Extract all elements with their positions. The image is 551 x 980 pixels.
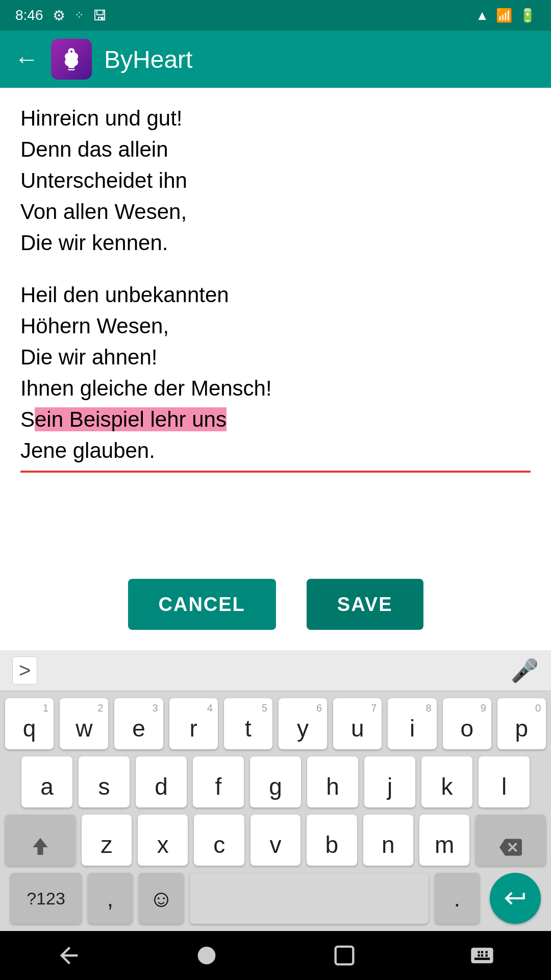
key-g[interactable]: g — [250, 756, 301, 807]
highlighted-text: ein Beispiel lehr uns — [35, 407, 227, 431]
key-f[interactable]: f — [193, 756, 244, 807]
nav-home-icon — [193, 942, 220, 969]
key-i[interactable]: 8i — [388, 698, 436, 749]
key-enter[interactable] — [490, 873, 541, 924]
key-v[interactable]: v — [251, 815, 300, 866]
battery-icon: 🔋 — [519, 8, 536, 23]
key-r[interactable]: 4r — [169, 698, 218, 749]
key-space[interactable] — [190, 873, 429, 924]
key-o[interactable]: 9o — [443, 698, 491, 749]
keyboard-row-3: z x c v b n m — [5, 815, 546, 866]
nav-back-icon — [56, 942, 82, 969]
key-w[interactable]: 2w — [60, 698, 108, 749]
key-emoji[interactable]: ☺ — [139, 873, 184, 924]
key-y[interactable]: 6y — [279, 698, 327, 749]
settings-icon: ⚙ — [53, 7, 65, 24]
keyboard-row-2: a s d f g h j k l — [5, 756, 546, 807]
microphone-icon[interactable]: 🎤 — [511, 657, 539, 684]
key-t[interactable]: 5t — [224, 698, 272, 749]
keyboard-row-1: 1q 2w 3e 4r 5t 6y 7u 8i 9o 0p — [5, 698, 546, 749]
status-bar-left: 8:46 ⚙ ⁘ 🖫 — [15, 7, 107, 24]
key-x[interactable]: x — [138, 815, 188, 866]
key-m[interactable]: m — [419, 815, 469, 866]
key-u[interactable]: 7u — [333, 698, 382, 749]
signal-icon: 📶 — [496, 8, 512, 23]
key-k[interactable]: k — [421, 756, 472, 807]
nav-back-button[interactable] — [56, 942, 82, 969]
keyboard-bottom-row: ?123 , ☺ . — [5, 873, 546, 924]
poem-empty-line — [20, 258, 531, 280]
key-j[interactable]: j — [364, 756, 415, 807]
poem-line-1: Denn das allein — [20, 134, 531, 165]
backspace-icon — [499, 836, 522, 859]
poem-line-3: Von allen Wesen, — [20, 197, 531, 228]
key-a[interactable]: a — [21, 756, 72, 807]
nav-home-button[interactable] — [193, 942, 220, 969]
wifi-icon: ▲ — [475, 8, 489, 23]
key-period[interactable]: . — [435, 873, 480, 924]
navigation-bar — [0, 931, 551, 980]
key-s[interactable]: s — [79, 756, 130, 807]
content-area: Hinreicn und gut! Denn das allein Unters… — [0, 88, 551, 650]
clipboard-icon: 🖫 — [93, 7, 107, 24]
poem-line-10: Jene glauben. — [20, 435, 531, 467]
poem-line-8: Ihnen gleiche der Mensch! — [20, 373, 531, 404]
keyboard-rows: 1q 2w 3e 4r 5t 6y 7u 8i 9o 0p a s d f g … — [0, 691, 551, 924]
nav-recents-button[interactable] — [331, 942, 358, 969]
text-cursor-line — [20, 471, 531, 473]
dots-icon: ⁘ — [74, 9, 84, 22]
key-h[interactable]: h — [307, 756, 358, 807]
poem-line-2: Unterscheidet ihn — [20, 165, 531, 197]
status-bar-right: ▲ 📶 🔋 — [475, 8, 536, 23]
key-n[interactable]: n — [363, 815, 413, 866]
poem-line-9: Sein Beispiel lehr uns — [20, 404, 531, 435]
poem-line-6: Höhern Wesen, — [20, 311, 531, 342]
save-button[interactable]: SAVE — [307, 579, 423, 630]
keyboard-collapse-button[interactable]: > — [12, 656, 37, 684]
key-z[interactable]: z — [82, 815, 132, 866]
svg-point-0 — [198, 947, 216, 965]
key-c[interactable]: c — [194, 815, 244, 866]
key-q[interactable]: 1q — [5, 698, 54, 749]
cancel-button[interactable]: CANCEL — [128, 579, 276, 630]
key-shift[interactable] — [5, 815, 76, 866]
svg-rect-1 — [336, 947, 354, 965]
nav-keyboard-button[interactable] — [469, 942, 495, 969]
key-e[interactable]: 3e — [114, 698, 163, 749]
shift-icon — [29, 836, 52, 859]
keyboard-toolbar: > 🎤 — [0, 650, 551, 691]
back-button[interactable]: ← — [14, 47, 39, 71]
poem-text-area[interactable]: Hinreicn und gut! Denn das allein Unters… — [0, 88, 551, 558]
keyboard-area: > 🎤 1q 2w 3e 4r 5t 6y 7u 8i 9o 0p a s d … — [0, 650, 551, 931]
poem-content: Hinreicn und gut! Denn das allein Unters… — [20, 103, 531, 467]
nav-recents-icon — [331, 942, 358, 969]
poem-line-4: Die wir kennen. — [20, 228, 531, 259]
key-b[interactable]: b — [307, 815, 357, 866]
key-l[interactable]: l — [479, 756, 530, 807]
action-buttons: CANCEL SAVE — [0, 558, 551, 650]
brain-book-icon — [58, 46, 85, 72]
app-icon — [51, 39, 92, 80]
app-title: ByHeart — [104, 45, 192, 74]
key-d[interactable]: d — [136, 756, 187, 807]
key-comma[interactable]: , — [88, 873, 133, 924]
nav-keyboard-icon — [469, 942, 495, 969]
poem-line-5: Heil den unbekannten — [20, 280, 531, 311]
status-bar: 8:46 ⚙ ⁘ 🖫 ▲ 📶 🔋 — [0, 0, 551, 31]
enter-icon — [503, 886, 528, 911]
app-bar: ← ByHeart — [0, 31, 551, 88]
key-number-toggle[interactable]: ?123 — [10, 873, 82, 924]
status-time: 8:46 — [15, 7, 43, 23]
poem-line-0: Hinreicn und gut! — [20, 103, 531, 134]
key-backspace[interactable] — [475, 815, 546, 866]
key-p[interactable]: 0p — [497, 698, 546, 749]
poem-line-7: Die wir ahnen! — [20, 342, 531, 373]
